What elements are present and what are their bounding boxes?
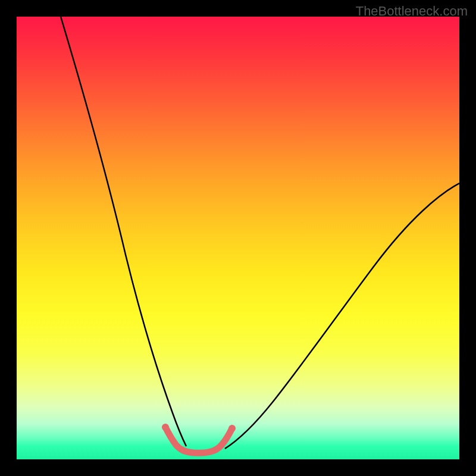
highlight-segment xyxy=(165,427,232,453)
highlight-dot-right xyxy=(228,425,236,432)
chart-curves xyxy=(17,17,459,459)
chart-plot-area xyxy=(17,17,459,459)
watermark-text: TheBottleneck.com xyxy=(356,4,468,19)
highlight-dot-left xyxy=(162,424,169,431)
left-curve xyxy=(61,17,186,446)
right-curve xyxy=(225,183,459,449)
